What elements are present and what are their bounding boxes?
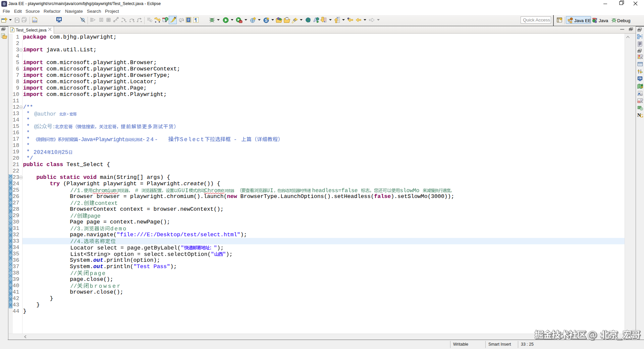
svg-text:G: G xyxy=(640,113,643,118)
